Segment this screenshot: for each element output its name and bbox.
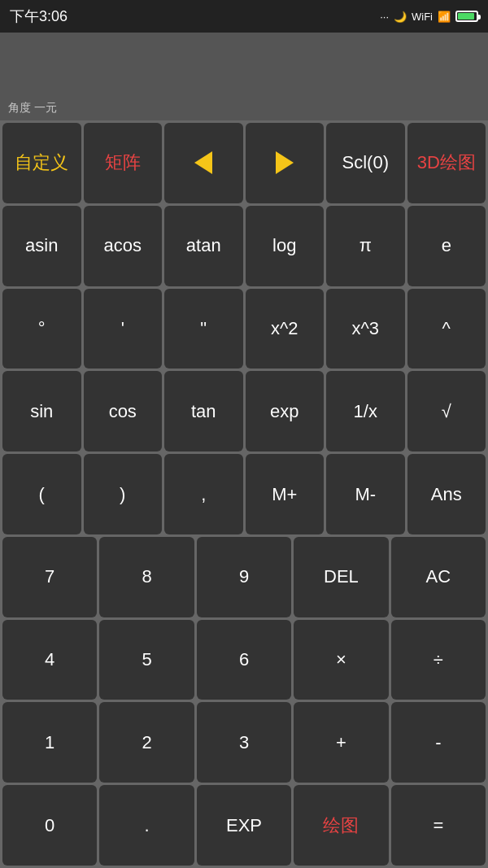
key-row-8: 0.EXP绘图= <box>2 785 486 866</box>
key-eight[interactable]: 8 <box>99 537 194 617</box>
key-asin[interactable]: asin <box>2 206 81 286</box>
wifi-icon: WiFi <box>412 11 433 23</box>
key-six[interactable]: 6 <box>197 620 291 700</box>
key-five[interactable]: 5 <box>99 620 194 700</box>
key-multiply[interactable]: × <box>294 620 388 700</box>
key-arcsecond[interactable]: " <box>164 289 243 369</box>
signal-icon: 📶 <box>438 11 451 23</box>
key-exp-key[interactable]: EXP <box>197 785 291 866</box>
key-three[interactable]: 3 <box>197 702 291 783</box>
key-power[interactable]: ^ <box>407 289 486 369</box>
key-row-1: asinacosatanlogπe <box>2 206 486 286</box>
key-memory-minus[interactable]: M- <box>326 454 405 534</box>
key-arrow-right[interactable] <box>246 123 325 203</box>
key-exp[interactable]: exp <box>246 371 325 451</box>
key-nine[interactable]: 9 <box>197 537 291 617</box>
key-arrow-left[interactable] <box>164 123 243 203</box>
key-reciprocal[interactable]: 1/x <box>326 371 405 451</box>
left-arrow-icon <box>194 151 212 174</box>
key-x-squared[interactable]: x^2 <box>246 289 325 369</box>
key-ac[interactable]: AC <box>391 537 486 617</box>
key-sqrt[interactable]: √ <box>407 371 486 451</box>
key-atan[interactable]: atan <box>164 206 243 286</box>
key-two[interactable]: 2 <box>99 702 194 783</box>
key-matrix[interactable]: 矩阵 <box>84 123 163 203</box>
key-3d-plot[interactable]: 3D绘图 <box>407 123 486 203</box>
key-close-paren[interactable]: ) <box>84 454 163 534</box>
right-arrow-icon <box>276 151 294 174</box>
moon-icon: 🌙 <box>394 11 407 23</box>
ellipsis-icon: ··· <box>380 11 389 23</box>
key-tan[interactable]: tan <box>164 371 243 451</box>
key-cos[interactable]: cos <box>84 371 163 451</box>
key-decimal[interactable]: . <box>99 785 194 866</box>
key-sin[interactable]: sin <box>2 371 81 451</box>
key-custom[interactable]: 自定义 <box>2 123 81 203</box>
key-ans[interactable]: Ans <box>407 454 486 534</box>
display-area: 角度 一元 <box>0 33 488 120</box>
key-arcminute[interactable]: ' <box>84 289 163 369</box>
key-scl[interactable]: Scl(0) <box>326 123 405 203</box>
battery-icon <box>455 11 478 22</box>
key-four[interactable]: 4 <box>2 620 97 700</box>
status-bar: 下午3:06 ··· 🌙 WiFi 📶 <box>0 0 488 33</box>
key-row-3: sincostanexp1/x√ <box>2 371 486 451</box>
key-seven[interactable]: 7 <box>2 537 97 617</box>
key-del[interactable]: DEL <box>294 537 388 617</box>
status-time: 下午3:06 <box>10 7 68 26</box>
key-one[interactable]: 1 <box>2 702 97 783</box>
key-degree[interactable]: ° <box>2 289 81 369</box>
key-zero[interactable]: 0 <box>2 785 97 866</box>
key-euler[interactable]: e <box>407 206 486 286</box>
key-row-7: 123+- <box>2 702 486 783</box>
key-x-cubed[interactable]: x^3 <box>326 289 405 369</box>
display-mode: 角度 一元 <box>8 101 480 116</box>
key-divide[interactable]: ÷ <box>391 620 486 700</box>
key-row-0: 自定义矩阵Scl(0)3D绘图 <box>2 123 486 203</box>
keyboard: 自定义矩阵Scl(0)3D绘图asinacosatanlogπe°'"x^2x^… <box>0 120 488 868</box>
key-row-4: (),M+M-Ans <box>2 454 486 534</box>
key-equals[interactable]: = <box>391 785 486 866</box>
key-minus[interactable]: - <box>391 702 486 783</box>
key-row-5: 789DELAC <box>2 537 486 617</box>
key-row-6: 456×÷ <box>2 620 486 700</box>
key-comma[interactable]: , <box>164 454 243 534</box>
key-plot[interactable]: 绘图 <box>294 785 388 866</box>
key-plus[interactable]: + <box>294 702 388 783</box>
key-open-paren[interactable]: ( <box>2 454 81 534</box>
key-acos[interactable]: acos <box>84 206 163 286</box>
status-icons: ··· 🌙 WiFi 📶 <box>380 11 478 23</box>
key-log[interactable]: log <box>246 206 325 286</box>
key-memory-plus[interactable]: M+ <box>246 454 325 534</box>
key-row-2: °'"x^2x^3^ <box>2 289 486 369</box>
key-pi[interactable]: π <box>326 206 405 286</box>
